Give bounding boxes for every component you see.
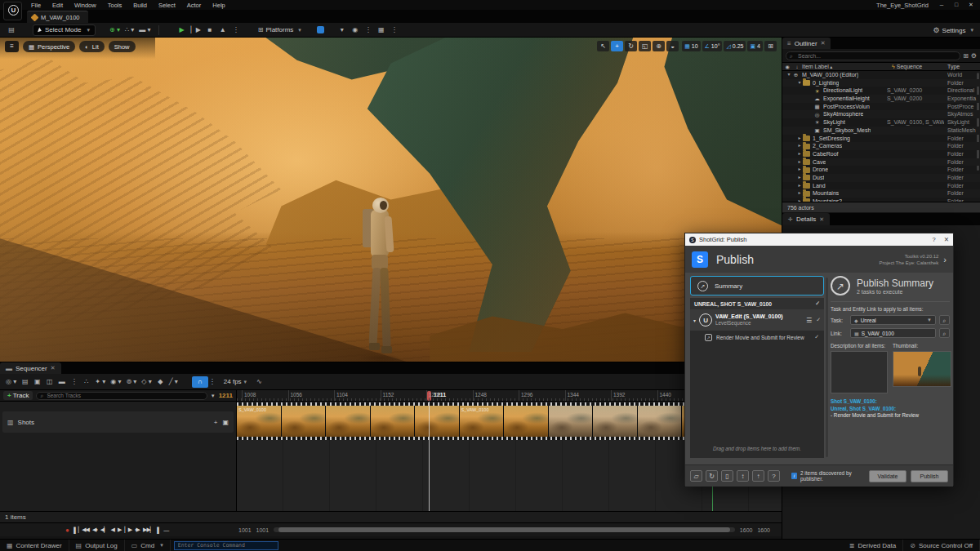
loop-button[interactable]: — (163, 527, 168, 533)
more-icon-2[interactable]: ⋮ (388, 24, 401, 36)
scale-snap-toggle[interactable]: ◿ 0.25 (724, 41, 746, 51)
filmstrip-frame[interactable] (415, 406, 460, 437)
expand-arrow-icon[interactable]: ▸ (796, 166, 803, 174)
view-options-icon[interactable]: ◉ ▾ (108, 378, 123, 385)
surface-snap-icon[interactable]: ◒ (666, 41, 679, 51)
range-start-value-2[interactable]: 1001 (256, 527, 270, 533)
select-mode-dropdown[interactable]: Select Mode (33, 24, 96, 36)
outliner-row[interactable]: ▸ CabeRoof Folder (782, 150, 980, 158)
item-group-header[interactable]: UNREAL, SHOT S_VAW_0100 ✓ (690, 298, 824, 309)
keyframe-options-icon[interactable]: ◇ ▾ (139, 378, 154, 385)
save-icon[interactable]: ▤ (5, 24, 18, 36)
filmstrip-frame[interactable] (504, 406, 549, 437)
link-field[interactable]: ▦ S_VAW_0100 (850, 328, 936, 338)
content-icon[interactable]: ▦ (375, 24, 388, 36)
check-icon[interactable]: ✓ (814, 334, 819, 340)
grid-snap-toggle[interactable]: ▦ 10 (682, 41, 700, 51)
to-front-button[interactable]: ▏◀◀ (78, 527, 89, 533)
minimize-button[interactable] (934, 0, 949, 10)
step-forward-button[interactable]: ▏▶ (124, 527, 131, 533)
delete-items-button[interactable]: ▯ (721, 470, 733, 482)
playback-options-icon[interactable]: ⊚ ▾ (123, 378, 139, 385)
add-shot-icon[interactable]: + (214, 419, 218, 426)
cmd-dropdown[interactable]: Cmd (125, 540, 171, 551)
perspective-dropdown[interactable]: Perspective (23, 41, 75, 52)
validate-button[interactable]: Validate (869, 470, 906, 482)
expand-arrow-icon[interactable]: ▸ (796, 198, 803, 202)
session-frontend-icon[interactable]: ▾ (336, 24, 349, 36)
pin-column-icon[interactable] (792, 64, 802, 69)
snap-options-icon[interactable]: ⋮ (209, 378, 216, 385)
current-frame-value[interactable]: 1211 (219, 392, 233, 399)
user-check-icon[interactable]: ◉ (349, 24, 362, 36)
mark-in-button[interactable]: ▐ (72, 527, 75, 533)
move-tool-icon[interactable]: + (611, 41, 623, 51)
visibility-column-icon[interactable] (782, 64, 792, 69)
curve-editor-icon[interactable] (256, 378, 262, 385)
outliner-settings-icon[interactable]: ⚙ (971, 52, 977, 60)
multi-user-icon[interactable] (317, 26, 324, 33)
menu-item[interactable]: Select (154, 1, 180, 10)
blueprints-icon[interactable]: ∴ ▾ (122, 24, 136, 36)
task-field[interactable]: ◆ Unreal ▼ (850, 315, 936, 325)
eject-icon[interactable]: ▲ (216, 24, 229, 36)
tab-outliner[interactable]: Outliner ✕ (782, 38, 831, 49)
browse-files-button[interactable]: ▱ (690, 470, 702, 482)
stop-icon[interactable]: ■ (203, 24, 216, 36)
outliner-row[interactable]: PostProcessVolun PostProce (782, 103, 980, 111)
viewport[interactable]: Perspective Lit Show ↖+↻◱⊕◒ ▦ 10 (0, 38, 782, 362)
outliner-row[interactable]: ▾ 0_Lighting Folder (782, 79, 980, 87)
record-button[interactable]: ● (65, 527, 69, 534)
outliner-row[interactable]: ▸ 2_Cameras Folder (782, 142, 980, 150)
menu-item[interactable]: Edit (47, 1, 68, 10)
filmstrip-frame[interactable] (549, 406, 594, 437)
check-icon[interactable]: ✓ (816, 317, 821, 323)
tab-sequencer[interactable]: Sequencer ✕ (0, 362, 61, 374)
outliner-row[interactable]: SkyLight S_VAW_0100, S_VAW_0100, S_ SkyL… (782, 118, 980, 127)
help-button[interactable]: ? (768, 470, 780, 482)
expand-all-button[interactable]: ↑ (752, 470, 764, 482)
expand-arrow-icon[interactable]: ▾ (786, 71, 792, 79)
outliner-row[interactable]: ExponentialHeight S_VAW_0200 Exponentia (782, 95, 980, 103)
close-icon[interactable]: ✕ (51, 365, 56, 371)
console-command-input[interactable] (174, 541, 278, 550)
source-control-button[interactable]: Source Control Off (903, 540, 980, 551)
show-dropdown[interactable]: Show (109, 41, 136, 52)
cinematics-icon[interactable]: ▬ ▾ (136, 24, 153, 36)
more-icon[interactable]: ⋮ (68, 378, 80, 385)
auto-key-icon[interactable]: ◆ (154, 378, 167, 385)
dialog-help-button[interactable]: ? (933, 236, 936, 243)
outliner-row[interactable]: ▸ Drone Folder (782, 166, 980, 174)
column-item-label[interactable]: Item Label (802, 64, 892, 69)
outliner-row[interactable]: ▸ Mountains2 Folder (782, 198, 980, 202)
prev-key-button[interactable]: ◀• (92, 527, 97, 533)
task-search-button[interactable] (939, 315, 950, 325)
play-button[interactable]: ▶ (118, 527, 121, 533)
playhead-line[interactable] (429, 402, 430, 511)
viewport-maximize-icon[interactable]: ⊞ (764, 41, 777, 51)
expand-arrow-icon[interactable]: ▸ (796, 158, 803, 167)
outliner-row[interactable]: ▸ 1_SetDressing Folder (782, 135, 980, 143)
coord-system-icon[interactable]: ⊕ (653, 41, 665, 51)
outliner-row[interactable]: SkyAtmosphere SkyAtmos (782, 110, 980, 118)
close-icon[interactable]: ✕ (819, 216, 824, 223)
column-sequence[interactable]: Sequence (892, 64, 947, 69)
filmstrip-frame[interactable] (371, 406, 416, 437)
check-icon[interactable]: ✓ (815, 300, 820, 307)
new-folder-icon[interactable]: ⊞ (963, 52, 969, 60)
add-track-button[interactable]: + Track (3, 391, 33, 400)
filmstrip-frame[interactable] (282, 406, 327, 437)
add-actor-icon[interactable]: ⊕ ▾ (107, 24, 122, 36)
link-search-button[interactable] (939, 328, 950, 338)
close-button[interactable] (964, 0, 978, 10)
expand-arrow-icon[interactable]: ▾ (796, 79, 803, 87)
viewport-menu-icon[interactable] (5, 41, 19, 52)
outliner-row[interactable]: ▸ Mountains Folder (782, 189, 980, 198)
filmstrip-frame[interactable] (593, 406, 638, 437)
chevron-right-icon[interactable]: › (943, 255, 947, 264)
mark-out-button[interactable]: ▌ (157, 527, 160, 533)
more-icon[interactable]: ⋮ (229, 24, 243, 36)
collapse-arrow-icon[interactable]: ▾ (693, 318, 696, 323)
fps-dropdown[interactable]: 24 fps (224, 378, 247, 385)
item-menu-icon[interactable] (806, 317, 812, 324)
